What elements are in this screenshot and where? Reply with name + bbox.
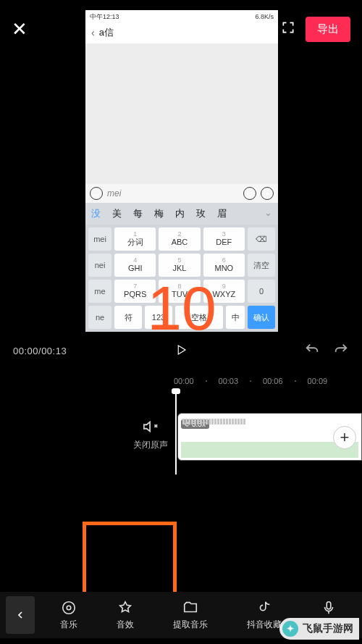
tab-sound-effect[interactable]: 音效 bbox=[117, 600, 134, 631]
svg-point-1 bbox=[67, 606, 71, 610]
undo-icon[interactable] bbox=[304, 342, 320, 360]
time-display: 00:00/00:13 bbox=[13, 346, 67, 356]
phone-status-bar: 中午12:13 6.8K/s bbox=[85, 10, 278, 23]
emoji-icon[interactable]: ☺ bbox=[243, 187, 256, 200]
chat-title: a信 bbox=[99, 26, 114, 39]
playback-controls: 00:00/00:13 bbox=[0, 342, 362, 360]
video-preview[interactable]: 中午12:13 6.8K/s ‹ a信 ◡ mei ☺ + 没 美 每 梅 内 … bbox=[85, 10, 278, 332]
chat-body bbox=[85, 44, 278, 184]
tab-extract-music[interactable]: 提取音乐 bbox=[173, 600, 208, 631]
toolbar-back-button[interactable] bbox=[6, 596, 35, 634]
plus-icon[interactable]: + bbox=[261, 187, 274, 200]
keyboard: mei 1分词 2ABC 3DEF ⌫ nei 4GHI 5JKL 6MNO 清… bbox=[85, 225, 278, 332]
chat-back-icon[interactable]: ‹ bbox=[91, 27, 95, 38]
watermark-logo-icon: ✦ bbox=[282, 621, 298, 637]
tab-douyin-fav[interactable]: 抖音收藏 bbox=[247, 600, 282, 631]
chat-header: ‹ a信 bbox=[85, 23, 278, 44]
site-watermark: ✦ 飞鼠手游网 bbox=[279, 618, 359, 640]
play-button[interactable] bbox=[174, 343, 188, 359]
close-button[interactable]: ✕ bbox=[12, 18, 28, 41]
status-time: 中午12:13 bbox=[90, 12, 119, 22]
confirm-key[interactable]: 确认 bbox=[248, 306, 275, 329]
zero-key[interactable]: 0 bbox=[248, 280, 275, 303]
timeline[interactable]: 关闭原声 ⟳ 3.3x + bbox=[0, 406, 362, 478]
voice-icon[interactable]: ◡ bbox=[90, 187, 103, 200]
add-clip-button[interactable]: + bbox=[333, 426, 356, 449]
pinyin-preview: mei bbox=[107, 188, 239, 198]
mute-original-button[interactable]: 关闭原声 bbox=[133, 419, 168, 451]
chevron-down-icon[interactable]: ⌄ bbox=[258, 203, 278, 225]
chat-input-row: ◡ mei ☺ + bbox=[85, 184, 278, 203]
clear-key[interactable]: 清空 bbox=[248, 254, 275, 277]
svg-point-0 bbox=[63, 601, 75, 614]
tab-music[interactable]: 音乐 bbox=[60, 600, 77, 631]
side-key[interactable]: mei bbox=[88, 227, 111, 251]
watermark-text: 飞鼠手游网 bbox=[303, 622, 353, 635]
redo-icon[interactable] bbox=[333, 342, 349, 360]
backspace-key[interactable]: ⌫ bbox=[248, 227, 275, 251]
svg-rect-2 bbox=[327, 601, 331, 609]
candidate-row[interactable]: 没 美 每 梅 内 玫 眉 ⌄ bbox=[85, 203, 278, 225]
status-net: 6.8K/s bbox=[255, 13, 274, 20]
time-ruler[interactable]: 00:00 00:03 00:06 00:09 bbox=[0, 377, 362, 385]
fullscreen-icon[interactable] bbox=[281, 20, 295, 38]
export-button[interactable]: 导出 bbox=[306, 17, 350, 42]
